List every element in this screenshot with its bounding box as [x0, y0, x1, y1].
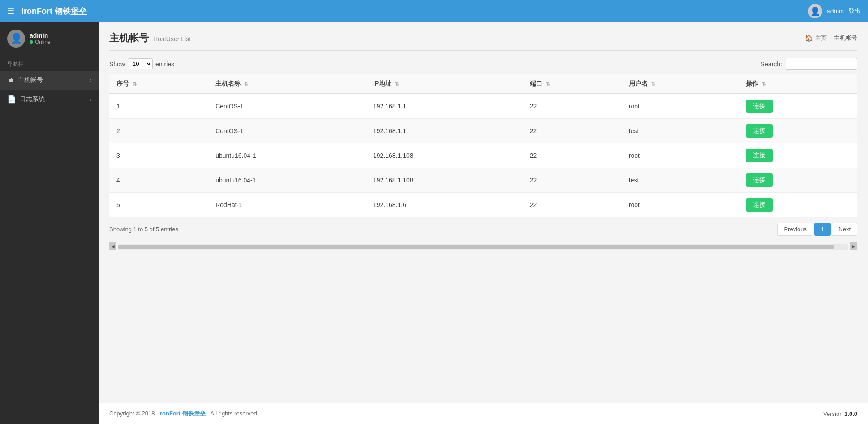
host-account-icon: 🖥: [7, 76, 14, 84]
footer-copyright: Copyright © 2018-: [109, 410, 157, 417]
col-username: 用户名 ⇅: [622, 74, 739, 94]
connect-button[interactable]: 连接: [746, 198, 773, 212]
search-input[interactable]: [786, 58, 857, 70]
hamburger-icon[interactable]: ☰: [7, 6, 14, 16]
entries-select[interactable]: 10 25 50 100: [128, 58, 153, 69]
sidebar-nav-label: 导航栏: [0, 55, 99, 71]
host-user-table: 序号 ⇅ 主机名称 ⇅ IP地址 ⇅ 端口 ⇅ 用户名 ⇅ 操作 ⇅ 1 Cen…: [109, 74, 857, 217]
sort-icon-hostname: ⇅: [244, 81, 248, 87]
breadcrumb: 🏠 主页 · 主机帐号: [805, 34, 857, 42]
page-1-button[interactable]: 1: [814, 223, 831, 236]
sidebar-menu: 🖥 主机帐号 ‹ 📄 日志系统 ‹: [0, 71, 99, 109]
search-label: Search:: [761, 61, 782, 68]
cell-ip: 192.168.1.108: [366, 168, 523, 193]
connect-button[interactable]: 连接: [746, 124, 773, 138]
cell-username: test: [622, 119, 739, 143]
cell-ip: 192.168.1.108: [366, 143, 523, 168]
scroll-right-arrow[interactable]: ▶: [850, 242, 857, 250]
cell-ip: 192.168.1.6: [366, 193, 523, 217]
page-title-group: 主机帐号 HostUser List: [109, 31, 191, 45]
col-port: 端口 ⇅: [523, 74, 622, 94]
footer-text: Copyright © 2018- IronFort 钢铁堡垒 . All ri…: [109, 410, 258, 418]
previous-button[interactable]: Previous: [777, 223, 813, 236]
cell-port: 22: [523, 168, 622, 193]
sort-icon-ip: ⇅: [395, 81, 399, 87]
cell-hostname: CentOS-1: [208, 94, 366, 119]
footer-brand: IronFort 钢铁堡垒: [158, 410, 205, 417]
cell-port: 22: [523, 119, 622, 143]
sidebar-item-log-system-label: 日志系统: [20, 95, 45, 104]
table-wrap: 序号 ⇅ 主机名称 ⇅ IP地址 ⇅ 端口 ⇅ 用户名 ⇅ 操作 ⇅ 1 Cen…: [109, 74, 857, 217]
sort-icon-action: ⇅: [762, 81, 766, 87]
cell-hostname: RedHat-1: [208, 193, 366, 217]
table-row: 5 RedHat-1 192.168.1.6 22 root 连接: [109, 193, 857, 217]
table-footer: Showing 1 to 5 of 5 entries Previous 1 N…: [109, 217, 857, 239]
layout: 👤 admin Online 导航栏 🖥 主机帐号 ‹ 📄: [0, 22, 868, 424]
cell-ip: 192.168.1.1: [366, 94, 523, 119]
sidebar-user-info: admin Online: [30, 32, 51, 45]
cell-id: 5: [109, 193, 208, 217]
cell-id: 2: [109, 119, 208, 143]
sidebar-user-section: 👤 admin Online: [0, 22, 99, 55]
cell-action: 连接: [739, 94, 857, 119]
col-ip: IP地址 ⇅: [366, 74, 523, 94]
logout-button[interactable]: 登出: [848, 7, 861, 15]
status-label: Online: [35, 39, 51, 45]
avatar: 👤: [808, 4, 822, 18]
next-button[interactable]: Next: [832, 223, 857, 236]
sidebar-status: Online: [30, 39, 51, 45]
cell-hostname: ubuntu16.04-1: [208, 168, 366, 193]
cell-port: 22: [523, 193, 622, 217]
sidebar-item-host-account-label: 主机帐号: [18, 76, 43, 84]
footer-version-label: Version: [823, 411, 842, 417]
show-entries-group: Show 10 25 50 100 entries: [109, 58, 174, 69]
connect-button[interactable]: 连接: [746, 173, 773, 187]
page-header: 主机帐号 HostUser List 🏠 主页 · 主机帐号: [109, 31, 857, 51]
sort-icon-id: ⇅: [133, 81, 137, 87]
cell-action: 连接: [739, 143, 857, 168]
table-controls: Show 10 25 50 100 entries Search:: [109, 58, 857, 70]
cell-ip: 192.168.1.1: [366, 119, 523, 143]
brand-title: IronFort 钢铁堡垒: [21, 6, 808, 17]
sidebar: 👤 admin Online 导航栏 🖥 主机帐号 ‹ 📄: [0, 22, 99, 424]
cell-port: 22: [523, 94, 622, 119]
connect-button[interactable]: 连接: [746, 100, 773, 113]
cell-port: 22: [523, 143, 622, 168]
footer-version: Version 1.0.0: [823, 411, 857, 417]
cell-hostname: CentOS-1: [208, 119, 366, 143]
table-row: 1 CentOS-1 192.168.1.1 22 root 连接: [109, 94, 857, 119]
col-hostname: 主机名称 ⇅: [208, 74, 366, 94]
sidebar-username: admin: [30, 32, 51, 39]
col-id: 序号 ⇅: [109, 74, 208, 94]
search-group: Search:: [761, 58, 857, 70]
chevron-left-icon: ‹: [90, 77, 91, 83]
sidebar-item-host-account[interactable]: 🖥 主机帐号 ‹: [0, 71, 99, 90]
connect-button[interactable]: 连接: [746, 149, 773, 162]
scroll-left-arrow[interactable]: ◀: [109, 242, 116, 250]
cell-hostname: ubuntu16.04-1: [208, 143, 366, 168]
scroll-track[interactable]: [118, 244, 848, 250]
sort-icon-username: ⇅: [651, 81, 655, 87]
log-system-icon: 📄: [7, 95, 16, 104]
sort-icon-port: ⇅: [546, 81, 550, 87]
sidebar-item-log-system[interactable]: 📄 日志系统 ‹: [0, 90, 99, 109]
show-label: Show: [109, 61, 125, 68]
breadcrumb-sep: ·: [829, 35, 831, 42]
topbar-username: admin: [827, 8, 844, 15]
table-header-row: 序号 ⇅ 主机名称 ⇅ IP地址 ⇅ 端口 ⇅ 用户名 ⇅ 操作 ⇅: [109, 74, 857, 94]
col-action: 操作 ⇅: [739, 74, 857, 94]
cell-id: 1: [109, 94, 208, 119]
entries-label: entries: [155, 61, 174, 68]
page-subtitle: HostUser List: [153, 35, 191, 43]
chevron-right-icon: ‹: [90, 96, 91, 103]
cell-id: 4: [109, 168, 208, 193]
cell-username: root: [622, 143, 739, 168]
table-row: 3 ubuntu16.04-1 192.168.1.108 22 root 连接: [109, 143, 857, 168]
scroll-thumb: [118, 245, 834, 249]
cell-id: 3: [109, 143, 208, 168]
table-row: 4 ubuntu16.04-1 192.168.1.108 22 test 连接: [109, 168, 857, 193]
breadcrumb-home-icon: 🏠: [805, 35, 812, 42]
page-title: 主机帐号: [109, 31, 149, 45]
cell-username: root: [622, 193, 739, 217]
cell-username: test: [622, 168, 739, 193]
